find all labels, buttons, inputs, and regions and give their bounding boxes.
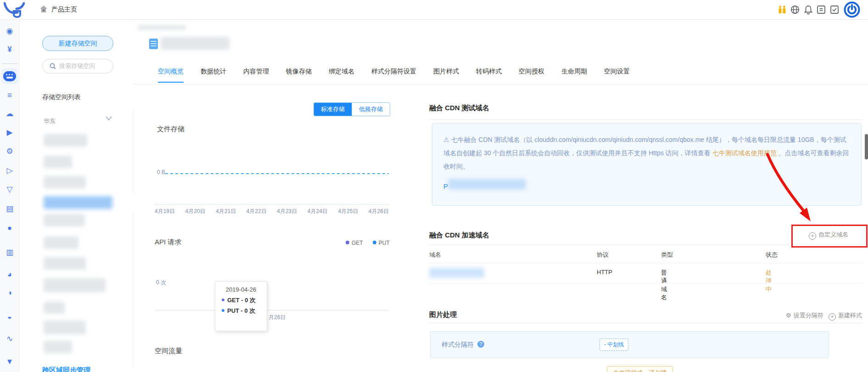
billing-icon[interactable]: ¥ bbox=[0, 45, 19, 54]
legend-get: GET bbox=[346, 240, 363, 246]
security-icon[interactable]: ◕ bbox=[0, 270, 19, 279]
tab-content-management[interactable]: 内容管理 bbox=[243, 68, 269, 83]
table-divider bbox=[429, 263, 863, 263]
bucket-item[interactable] bbox=[44, 214, 85, 226]
accel-domain-blurred[interactable] bbox=[429, 268, 484, 278]
cloud-icon[interactable]: ☁ bbox=[0, 109, 19, 118]
disk-icon[interactable]: ● bbox=[0, 224, 19, 233]
bucket-item[interactable] bbox=[44, 134, 87, 147]
tab-space-authorization[interactable]: 空间授权 bbox=[519, 68, 544, 83]
api-requests-legend: GET PUT bbox=[346, 240, 390, 246]
storage-type-toggle: 标准存储 低频存储 bbox=[314, 102, 390, 116]
tab-style-separator-settings[interactable]: 样式分隔符设置 bbox=[371, 68, 416, 83]
get-dot-icon bbox=[346, 241, 349, 244]
col-header-status: 状态 bbox=[766, 251, 778, 259]
tab-lifecycle[interactable]: 生命周期 bbox=[561, 68, 587, 83]
test-domain-blurred[interactable] bbox=[448, 179, 526, 190]
funnel-icon[interactable]: ▽ bbox=[0, 185, 19, 194]
section-divider bbox=[429, 119, 863, 120]
file-storage-x-axis bbox=[155, 204, 389, 205]
tab-bind-domain[interactable]: 绑定域名 bbox=[329, 68, 354, 83]
annotation-red-box bbox=[791, 225, 868, 248]
bucket-item[interactable] bbox=[44, 257, 86, 270]
api-requests-chart-title: API 请求 bbox=[155, 238, 181, 247]
test-domain-link[interactable]: P bbox=[443, 182, 448, 190]
col-header-type: 类型 bbox=[661, 251, 673, 259]
tab-transcode-style[interactable]: 转码样式 bbox=[476, 68, 502, 83]
route-icon[interactable]: ∿ bbox=[0, 334, 19, 344]
panel-edge bbox=[133, 212, 134, 367]
search-placeholder: 搜索存储空间 bbox=[59, 59, 95, 73]
tab-space-overview[interactable]: 空间概览 bbox=[158, 68, 184, 83]
create-style-button[interactable]: 未发现样式，请创建 bbox=[607, 366, 673, 372]
test-domain-spec-link[interactable]: 七牛测试域名使用规范 bbox=[712, 149, 777, 157]
bucket-item[interactable] bbox=[44, 237, 78, 249]
region-select[interactable]: 华东 bbox=[44, 117, 56, 125]
api-x-axis bbox=[155, 310, 389, 310]
cell-type: 普通域名 bbox=[661, 269, 667, 302]
toggle-standard-storage[interactable]: 标准存储 bbox=[314, 103, 352, 116]
tab-image-style[interactable]: 图片样式 bbox=[433, 68, 459, 83]
tooltip-put-row: PUT - 0 次 bbox=[215, 307, 267, 315]
product-home-link[interactable]: 产品主页 bbox=[51, 6, 77, 14]
video-icon[interactable]: ▷ bbox=[0, 166, 19, 175]
legend-put: PUT bbox=[373, 240, 390, 246]
bucket-item[interactable] bbox=[44, 341, 72, 353]
bucket-item[interactable] bbox=[44, 278, 106, 292]
bucket-item[interactable] bbox=[44, 321, 86, 334]
new-bucket-button[interactable]: 新建存储空间 bbox=[42, 36, 113, 51]
console-icon[interactable] bbox=[817, 5, 826, 14]
bucket-item[interactable] bbox=[44, 156, 72, 168]
date-tick: 4月19日 bbox=[155, 208, 175, 215]
bucket-item[interactable] bbox=[44, 302, 65, 314]
config-icon[interactable]: ≡ bbox=[0, 91, 19, 100]
col-header-protocol: 协议 bbox=[597, 251, 609, 259]
avatar-power-icon[interactable] bbox=[844, 1, 860, 18]
file-storage-date-axis: 4月19日 4月20日 4月21日 4月22日 4月23日 4月24日 4月25… bbox=[155, 208, 389, 215]
database-icon[interactable]: ▥ bbox=[0, 248, 19, 257]
help-icon[interactable]: ? bbox=[477, 341, 484, 348]
table-divider bbox=[429, 283, 863, 283]
scrollbar-thumb[interactable] bbox=[865, 134, 868, 159]
cross-region-sync-link[interactable]: 跨区域同步管理 bbox=[42, 366, 90, 372]
bucket-tabs: 空间概览 数据统计 内容管理 镜像存储 绑定域名 样式分隔符设置 图片样式 转码… bbox=[158, 68, 630, 83]
new-style-button[interactable]: +新建样式 bbox=[829, 311, 862, 321]
tab-mirror-storage[interactable]: 镜像存储 bbox=[286, 68, 312, 83]
rail-divider bbox=[2, 63, 17, 64]
set-separator-button[interactable]: ⚙设置分隔符 bbox=[786, 311, 823, 320]
qiniu-logo-icon[interactable] bbox=[4, 1, 25, 18]
file-storage-chart-title: 文件存储 bbox=[157, 125, 185, 134]
date-tick: 4月20日 bbox=[185, 208, 206, 215]
home-icon[interactable] bbox=[39, 5, 48, 14]
separator-tag: - 中划线 bbox=[599, 338, 628, 351]
cell-status: 处理中 bbox=[766, 269, 772, 293]
space-traffic-chart-title: 空间流量 bbox=[155, 347, 182, 355]
col-header-domain: 域名 bbox=[429, 251, 441, 259]
planet-icon[interactable]: ◒ bbox=[0, 312, 19, 321]
plus-circle-icon: + bbox=[829, 313, 836, 321]
globe-icon[interactable] bbox=[790, 5, 800, 15]
file-storage-zero-label: 0 B bbox=[157, 169, 165, 175]
tooltip-get-row: GET - 0 次 bbox=[215, 296, 267, 304]
flash-icon[interactable]: ◑ bbox=[0, 288, 19, 298]
tuner-icon[interactable]: ⚙ bbox=[0, 147, 19, 156]
tab-data-statistics[interactable]: 数据统计 bbox=[201, 68, 226, 83]
chevron-down-icon[interactable] bbox=[106, 116, 112, 121]
todo-icon[interactable] bbox=[830, 5, 839, 14]
bell-icon[interactable] bbox=[803, 5, 813, 15]
object-storage-icon[interactable] bbox=[3, 71, 16, 81]
table-icon[interactable]: ▤ bbox=[0, 204, 19, 214]
media-icon[interactable]: ▶ bbox=[0, 128, 19, 137]
cdn-test-notice: ⚠ 七牛融合 CDN 测试域名（以 clouddn.com/qiniucdn.c… bbox=[432, 123, 862, 206]
date-tick: 4月23日 bbox=[277, 208, 297, 215]
search-bucket-input[interactable]: 搜索存储空间 bbox=[42, 59, 113, 73]
overview-icon[interactable]: ◉ bbox=[0, 27, 19, 36]
bookmark-icon[interactable]: ▼ bbox=[0, 357, 19, 366]
cdn-accel-domain-title: 融合 CDN 加速域名 bbox=[429, 231, 489, 240]
cdn-test-domain-title: 融合 CDN 测试域名 bbox=[429, 104, 489, 113]
bucket-item-selected[interactable] bbox=[44, 196, 112, 209]
bucket-item[interactable] bbox=[44, 176, 86, 188]
toggle-infrequent-storage[interactable]: 低频存储 bbox=[352, 103, 390, 116]
gift-icon[interactable] bbox=[778, 5, 787, 14]
tab-space-settings[interactable]: 空间设置 bbox=[604, 68, 630, 83]
